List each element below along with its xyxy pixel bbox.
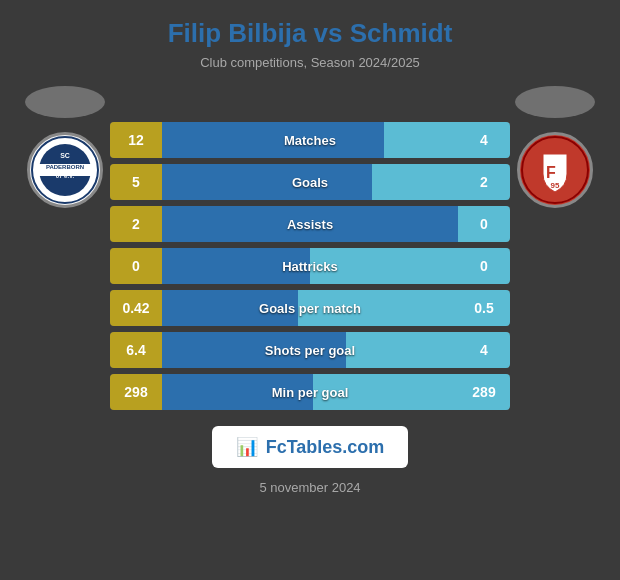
stat-row: 6.4Shots per goal4: [110, 332, 510, 368]
stat-right-value: 289: [458, 374, 510, 410]
stat-label: Assists: [287, 217, 333, 232]
branding-banner: 📊 FcTables.com: [212, 426, 409, 468]
stat-row: 298Min per goal289: [110, 374, 510, 410]
stat-right-value: 0: [458, 248, 510, 284]
stat-label: Shots per goal: [265, 343, 355, 358]
left-club-logo: SC PADERBORN 07 e.V.: [20, 122, 110, 208]
stat-left-value: 0.42: [110, 290, 162, 326]
stat-left-value: 6.4: [110, 332, 162, 368]
stat-right-value: 4: [458, 122, 510, 158]
right-logo-col: [510, 86, 600, 118]
svg-text:PADERBORN: PADERBORN: [46, 164, 84, 170]
stat-bar-right: [346, 332, 458, 368]
stat-right-value: 2: [458, 164, 510, 200]
branding-text: FcTables.com: [266, 437, 385, 458]
stat-right-value: 0: [458, 206, 510, 242]
date-footer: 5 november 2024: [259, 480, 360, 495]
stat-label: Min per goal: [272, 385, 349, 400]
stat-left-value: 5: [110, 164, 162, 200]
stat-bar-area: Assists: [162, 206, 458, 242]
stat-bar-area: Matches: [162, 122, 458, 158]
stat-left-value: 0: [110, 248, 162, 284]
stats-rows: 12Matches45Goals22Assists00Hattricks00.4…: [110, 122, 510, 410]
right-club-logo: F 95: [510, 122, 600, 208]
stat-row: 2Assists0: [110, 206, 510, 242]
stat-bar-area: Goals per match: [162, 290, 458, 326]
stat-bar-left: [162, 164, 372, 200]
stat-right-value: 4: [458, 332, 510, 368]
stat-row: 0Hattricks0: [110, 248, 510, 284]
stat-right-value: 0.5: [458, 290, 510, 326]
stat-bar-right: [384, 122, 458, 158]
page-title: Filip Bilbija vs Schmidt: [168, 18, 453, 49]
stat-bar-area: Hattricks: [162, 248, 458, 284]
stat-label: Matches: [284, 133, 336, 148]
stat-bar-area: Min per goal: [162, 374, 458, 410]
stat-bar-left: [162, 122, 384, 158]
stat-bar-area: Shots per goal: [162, 332, 458, 368]
stat-label: Goals per match: [259, 301, 361, 316]
stat-left-value: 2: [110, 206, 162, 242]
svg-text:F: F: [546, 164, 556, 181]
branding-icon: 📊: [236, 436, 258, 458]
svg-text:95: 95: [551, 181, 560, 190]
stat-row: 5Goals2: [110, 164, 510, 200]
stat-bar-area: Goals: [162, 164, 458, 200]
stat-label: Goals: [292, 175, 328, 190]
svg-text:SC: SC: [60, 152, 70, 159]
stat-row: 0.42Goals per match0.5: [110, 290, 510, 326]
stat-left-value: 298: [110, 374, 162, 410]
page-subtitle: Club competitions, Season 2024/2025: [200, 55, 420, 70]
left-logo-col: [20, 86, 110, 118]
stat-left-value: 12: [110, 122, 162, 158]
comparison-card: Filip Bilbija vs Schmidt Club competitio…: [0, 0, 620, 580]
stat-bar-right: [372, 164, 458, 200]
stat-label: Hattricks: [282, 259, 338, 274]
stat-row: 12Matches4: [110, 122, 510, 158]
svg-text:07 e.V.: 07 e.V.: [56, 173, 75, 179]
